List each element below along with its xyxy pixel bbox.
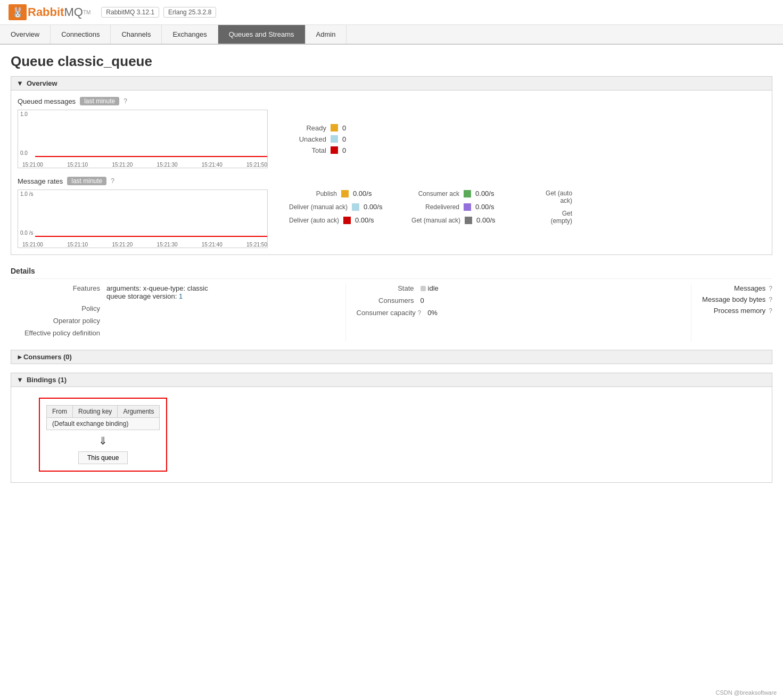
- message-rates-row: Message rates last minute ?: [18, 177, 765, 185]
- deliver-manual-color: [352, 203, 359, 211]
- chart-y-labels: 1.0 0.0: [18, 110, 30, 157]
- consumers-title: Consumers (0): [23, 353, 72, 361]
- rabbitmq-version: RabbitMQ 3.12.1: [101, 7, 159, 18]
- chart-x-labels: 15:21:00 15:21:10 15:21:20 15:21:30 15:2…: [22, 162, 267, 168]
- consumers-arrow: ►: [17, 353, 23, 361]
- get-manual-color: [465, 217, 472, 224]
- page-title: Queue classic_queue: [11, 53, 772, 70]
- publish-color: [341, 190, 349, 197]
- time-filter-badge[interactable]: last minute: [80, 97, 119, 105]
- rates-chart-row: 1.0 /s 0.0 /s 15:21:00 15:21:10 15:21:20…: [18, 190, 765, 248]
- nav-admin[interactable]: Admin: [306, 25, 347, 44]
- rate-get-manual: Get (manual ack) 0.00/s: [411, 216, 503, 224]
- queued-chart-row: 1.0 0.0 15:21:00 15:21:10 15:21:20 15:21…: [18, 110, 765, 168]
- details-title: Details: [11, 263, 772, 279]
- queued-messages-chart: 1.0 0.0 15:21:00 15:21:10 15:21:20 15:21…: [18, 110, 268, 168]
- process-memory-help[interactable]: ?: [769, 307, 772, 315]
- rates-mid-col: Consumer ack 0.00/s Redelivered 0.00/s G…: [411, 190, 503, 248]
- unacked-color: [331, 135, 338, 143]
- logo: 🐰 RabbitMQ TM: [9, 4, 90, 20]
- rate-deliver-auto: Deliver (auto ack) 0.00/s: [289, 216, 390, 224]
- rates-help[interactable]: ?: [111, 177, 114, 185]
- rates-chart: 1.0 /s 0.0 /s 15:21:00 15:21:10 15:21:20…: [18, 190, 268, 248]
- consumers-section: ► Consumers (0): [11, 350, 772, 364]
- stat-total: Total 0: [289, 146, 346, 154]
- features-row: Features arguments: x-queue-type: classi…: [11, 284, 335, 300]
- details-section: Details Features arguments: x-queue-type…: [11, 263, 772, 341]
- bindings-section: ▼ Bindings (1) From Routing key Argument…: [11, 373, 772, 483]
- logo-tm: TM: [83, 10, 90, 15]
- msg-body-help[interactable]: ?: [769, 296, 772, 303]
- queued-messages-label: Queued messages: [18, 97, 76, 105]
- messages-right-row: Messages ?: [702, 284, 772, 292]
- overview-help[interactable]: ?: [123, 97, 127, 105]
- rates-time-filter[interactable]: last minute: [67, 177, 106, 185]
- main-nav: Overview Connections Channels Exchanges …: [0, 25, 783, 45]
- bindings-arrow: ▼: [17, 376, 23, 384]
- rate-get-empty: Get(empty): [524, 210, 572, 225]
- stat-unacked: Unacked 0: [289, 135, 346, 143]
- details-right: State idle Consumers 0 Consumer capacity…: [345, 284, 681, 341]
- bindings-body: From Routing key Arguments (Default exch…: [11, 387, 772, 483]
- chart-inner: [35, 110, 267, 157]
- bindings-header-row: From Routing key Arguments: [47, 406, 160, 418]
- process-memory-label: Process memory: [714, 307, 766, 315]
- overview-section: ▼ Overview Queued messages last minute ?…: [11, 76, 772, 255]
- overview-arrow: ▼: [17, 79, 23, 87]
- rate-deliver-manual: Deliver (manual ack) 0.00/s: [289, 203, 390, 211]
- nav-channels[interactable]: Channels: [111, 25, 162, 44]
- nav-overview[interactable]: Overview: [0, 25, 51, 44]
- bindings-header[interactable]: ▼ Bindings (1): [11, 373, 772, 387]
- policy-row: Policy: [11, 304, 335, 312]
- features-link[interactable]: 1: [179, 292, 183, 300]
- details-far-right: Messages ? Message body bytes ? Process …: [691, 284, 772, 341]
- logo-text: RabbitMQ: [28, 5, 83, 19]
- overview-header[interactable]: ▼ Overview: [11, 76, 772, 90]
- col-from: From: [47, 406, 73, 418]
- state-row: State idle: [357, 284, 681, 292]
- bindings-table: From Routing key Arguments (Default exch…: [46, 405, 160, 430]
- effective-policy-row: Effective policy definition: [11, 329, 335, 337]
- total-color: [331, 146, 338, 154]
- col-arguments: Arguments: [118, 406, 160, 418]
- binding-row: (Default exchange binding): [47, 418, 160, 430]
- consumer-ack-color: [464, 190, 471, 197]
- ready-color: [331, 124, 338, 131]
- rates-stats: Publish 0.00/s Deliver (manual ack) 0.00…: [289, 190, 572, 248]
- messages-help[interactable]: ?: [769, 285, 772, 292]
- overview-title: Overview: [27, 79, 57, 87]
- nav-connections[interactable]: Connections: [51, 25, 111, 44]
- rate-redelivered: Redelivered 0.00/s: [411, 203, 503, 211]
- deliver-auto-color: [343, 217, 351, 224]
- message-body-bytes-label: Message body bytes: [702, 295, 765, 303]
- col-routing-key: Routing key: [73, 406, 118, 418]
- stat-ready: Ready 0: [289, 124, 346, 132]
- binding-arrow: ⇓: [46, 430, 160, 451]
- nav-exchanges[interactable]: Exchanges: [162, 25, 218, 44]
- top-bar: 🐰 RabbitMQ TM RabbitMQ 3.12.1 Erlang 25.…: [0, 0, 783, 25]
- bindings-table-wrapper: From Routing key Arguments (Default exch…: [39, 398, 167, 472]
- rates-y-labels: 1.0 /s 0.0 /s: [18, 190, 35, 237]
- binding-cell: (Default exchange binding): [47, 418, 160, 430]
- message-body-bytes-row: Message body bytes ?: [702, 295, 772, 303]
- rates-right-col: Get (autoack) Get(empty): [524, 190, 572, 248]
- consumer-capacity-row: Consumer capacity ? 0%: [357, 309, 681, 317]
- rate-consumer-ack: Consumer ack 0.00/s: [411, 190, 503, 197]
- redelivered-color: [464, 203, 471, 211]
- rates-left-col: Publish 0.00/s Deliver (manual ack) 0.00…: [289, 190, 390, 248]
- state-dot: [421, 286, 426, 291]
- overview-body: Queued messages last minute ? 1.0 0.0 15…: [11, 90, 772, 255]
- rate-publish: Publish 0.00/s: [289, 190, 390, 197]
- queued-stats: Ready 0 Unacked 0 Total 0: [289, 110, 346, 168]
- rates-x-labels: 15:21:00 15:21:10 15:21:20 15:21:30 15:2…: [22, 242, 267, 248]
- consumers-row: Consumers 0: [357, 297, 681, 304]
- operator-policy-row: Operator policy: [11, 317, 335, 325]
- consumers-header[interactable]: ► Consumers (0): [11, 350, 772, 364]
- details-body: Features arguments: x-queue-type: classi…: [11, 284, 772, 341]
- nav-queues[interactable]: Queues and Streams: [218, 25, 306, 44]
- rates-chart-inner: [35, 190, 267, 237]
- process-memory-row: Process memory ?: [702, 307, 772, 315]
- messages-right-label: Messages: [734, 284, 765, 292]
- rate-get-auto: Get (autoack): [524, 190, 572, 204]
- this-queue-button[interactable]: This queue: [78, 451, 128, 464]
